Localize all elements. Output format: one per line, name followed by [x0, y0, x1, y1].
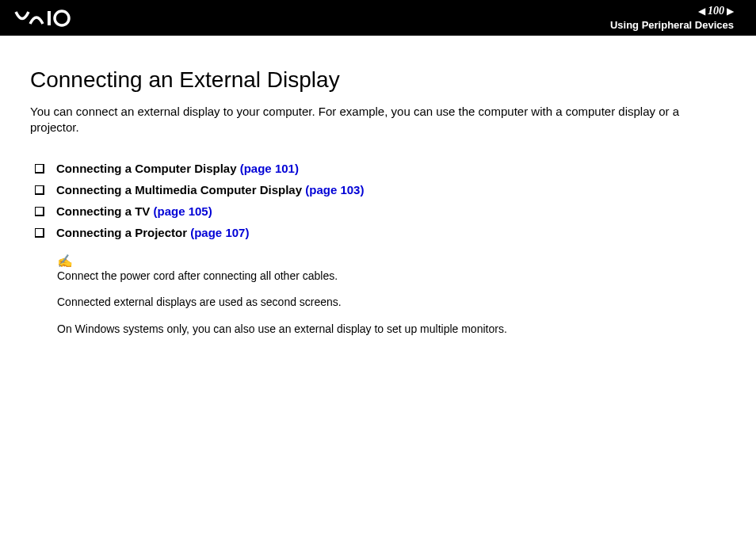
- page-link[interactable]: (page 103): [305, 183, 364, 196]
- toc-label: Connecting a Computer Display: [56, 162, 237, 175]
- vaio-logo: [14, 10, 94, 27]
- svg-rect-0: [48, 11, 51, 25]
- prev-page-arrow[interactable]: ◀: [698, 6, 705, 17]
- toc-label: Connecting a TV: [56, 204, 150, 218]
- bullet-icon: [35, 164, 44, 173]
- toc-item: Connecting a Multimedia Computer Display…: [35, 183, 726, 196]
- page-link[interactable]: (page 105): [154, 204, 212, 218]
- section-title: Using Peripheral Devices: [610, 19, 734, 31]
- bullet-icon: [35, 185, 44, 194]
- note-text: Connected external displays are used as …: [57, 295, 726, 311]
- toc-item: Connecting a Computer Display (page 101): [35, 162, 726, 175]
- page-content: Connecting an External Display You can c…: [0, 36, 756, 337]
- bullet-icon: [35, 228, 44, 237]
- note-text: On Windows systems only, you can also us…: [57, 322, 726, 338]
- header-nav: ◀ 100 ▶ Using Peripheral Devices: [610, 5, 742, 31]
- toc-label: Connecting a Projector: [56, 226, 187, 239]
- toc-item: Connecting a TV (page 105): [35, 204, 726, 218]
- toc-label: Connecting a Multimedia Computer Display: [56, 183, 302, 196]
- next-page-arrow[interactable]: ▶: [727, 6, 734, 17]
- page-title: Connecting an External Display: [30, 67, 726, 93]
- intro-text: You can connect an external display to y…: [30, 104, 726, 136]
- note-section: ✍ Connect the power cord after connectin…: [57, 254, 726, 338]
- toc-item: Connecting a Projector (page 107): [35, 226, 726, 239]
- page-header: ◀ 100 ▶ Using Peripheral Devices: [0, 0, 756, 36]
- note-text: Connect the power cord after connecting …: [57, 269, 726, 284]
- page-navigation: ◀ 100 ▶: [698, 5, 734, 17]
- svg-point-1: [55, 11, 69, 25]
- note-icon: ✍: [57, 254, 726, 269]
- page-link[interactable]: (page 101): [240, 162, 299, 175]
- page-link[interactable]: (page 107): [190, 226, 249, 239]
- page-number: 100: [708, 5, 724, 17]
- toc-list: Connecting a Computer Display (page 101)…: [30, 162, 726, 239]
- bullet-icon: [35, 207, 44, 216]
